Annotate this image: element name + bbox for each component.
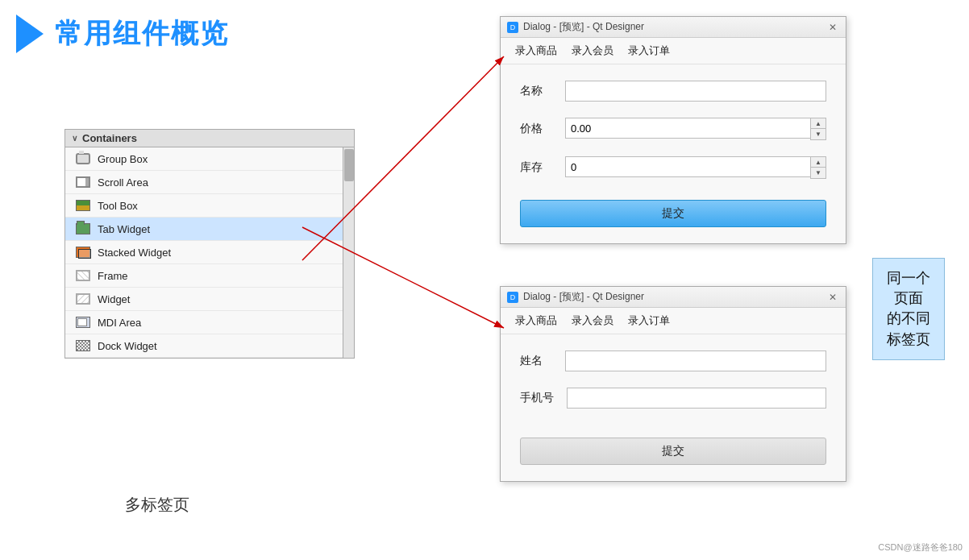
submit-button-1[interactable]: 提交 — [520, 200, 826, 227]
frame-icon — [75, 268, 91, 284]
spinbox-price-input[interactable] — [565, 118, 810, 139]
annotation-text: 同一个页面的不同标签页 — [887, 270, 930, 347]
toolbox-icon — [75, 197, 91, 214]
item-label: Stacked Widget — [98, 247, 171, 259]
section-collapse-icon[interactable]: ∨ — [72, 134, 77, 143]
mdiarea-icon — [75, 314, 91, 330]
menu-item-product-2[interactable]: 录入商品 — [509, 311, 564, 330]
list-item-tabwidget[interactable]: Tab Widget — [65, 218, 343, 241]
list-item[interactable]: MDI Area — [65, 311, 343, 334]
groupbox-icon — [75, 151, 91, 167]
panel-section-header: ∨ Containers — [65, 130, 354, 147]
input-name[interactable] — [565, 81, 826, 102]
item-label: Group Box — [98, 153, 148, 165]
qt-designer-panel: ∨ Containers Group Box Scroll Area Tool … — [64, 129, 355, 359]
dialog-title-1: Dialog - [预览] - Qt Designer — [523, 20, 644, 34]
label-stock: 库存 — [520, 160, 552, 175]
dialog-titlebar-2: D Dialog - [预览] - Qt Designer ✕ — [501, 287, 846, 308]
item-label: Dock Widget — [98, 340, 157, 352]
input-fullname[interactable] — [565, 351, 826, 371]
form-row-fullname: 姓名 — [520, 351, 826, 371]
item-label: Scroll Area — [98, 176, 148, 189]
list-item[interactable]: Widget — [65, 288, 343, 311]
label-phone: 手机号 — [520, 391, 554, 405]
titlebar-left-2: D Dialog - [预览] - Qt Designer — [507, 290, 644, 304]
form-row-price: 价格 ▲ ▼ — [520, 118, 826, 140]
item-label: Tool Box — [98, 200, 138, 212]
menu-item-order-1[interactable]: 录入订单 — [622, 41, 676, 60]
list-item[interactable]: Dock Widget — [65, 334, 343, 358]
list-item[interactable]: Scroll Area — [65, 171, 343, 194]
form-row-name: 名称 — [520, 81, 826, 102]
panel-list-wrapper: Group Box Scroll Area Tool Box Tab Widge… — [65, 147, 354, 358]
dialog-titlebar-1: D Dialog - [预览] - Qt Designer ✕ — [501, 17, 846, 38]
panel-item-list: Group Box Scroll Area Tool Box Tab Widge… — [65, 147, 343, 358]
dialog-title-2: Dialog - [预览] - Qt Designer — [523, 290, 644, 304]
panel-scrollbar[interactable] — [343, 147, 354, 358]
input-phone[interactable] — [567, 388, 826, 409]
watermark: CSDN@迷路爸爸180 — [878, 541, 963, 554]
menu-item-order-2[interactable]: 录入订单 — [622, 311, 676, 330]
dialog-menubar-1: 录入商品 录入会员 录入订单 — [501, 38, 846, 64]
list-item[interactable]: Tool Box — [65, 194, 343, 218]
item-label: Tab Widget — [98, 223, 150, 235]
dialog-icon: D — [507, 22, 518, 33]
dialog-icon-2: D — [507, 292, 518, 303]
menu-item-product-1[interactable]: 录入商品 — [509, 41, 564, 60]
item-label: Widget — [98, 293, 130, 305]
list-item[interactable]: Group Box — [65, 147, 343, 171]
dockwidget-icon — [75, 338, 91, 354]
page-title: 常用组件概览 — [55, 15, 229, 52]
scroll-icon — [75, 174, 91, 190]
annotation-box: 同一个页面的不同标签页 — [872, 258, 945, 360]
scrollbar-thumb[interactable] — [344, 149, 354, 181]
spinbox-stock-input[interactable] — [565, 156, 810, 177]
tabwidget-icon — [75, 221, 91, 237]
spinbox-stock-arrows: ▲ ▼ — [810, 156, 826, 179]
menu-item-member-2[interactable]: 录入会员 — [565, 311, 620, 330]
dialog-body-2: 姓名 手机号 提交 — [501, 334, 846, 481]
spinbox-stock: ▲ ▼ — [565, 156, 826, 179]
menu-item-member-1[interactable]: 录入会员 — [565, 41, 620, 60]
dialog-close-button-1[interactable]: ✕ — [826, 21, 839, 34]
label-price: 价格 — [520, 122, 552, 136]
list-item[interactable]: Stacked Widget — [65, 241, 343, 264]
dialog-window-2: D Dialog - [预览] - Qt Designer ✕ 录入商品 录入会… — [500, 286, 846, 482]
item-label: Frame — [98, 270, 128, 282]
spin-down-price[interactable]: ▼ — [811, 129, 826, 139]
dialog-window-1: D Dialog - [预览] - Qt Designer ✕ 录入商品 录入会… — [500, 16, 846, 244]
blue-triangle-icon — [16, 15, 44, 53]
spinbox-price-arrows: ▲ ▼ — [810, 118, 826, 140]
list-item[interactable]: Frame — [65, 264, 343, 288]
spin-up-price[interactable]: ▲ — [811, 118, 826, 129]
dialog-close-button-2[interactable]: ✕ — [826, 291, 839, 304]
section-label: Containers — [82, 132, 137, 144]
label-name: 名称 — [520, 84, 552, 98]
form-row-stock: 库存 ▲ ▼ — [520, 156, 826, 179]
spinbox-price: ▲ ▼ — [565, 118, 826, 140]
submit-button-2[interactable]: 提交 — [520, 438, 826, 465]
form-row-phone: 手机号 — [520, 388, 826, 409]
titlebar-left: D Dialog - [预览] - Qt Designer — [507, 20, 644, 34]
dialog-body-1: 名称 价格 ▲ ▼ 库存 ▲ ▼ 提交 — [501, 64, 846, 243]
item-label: MDI Area — [98, 317, 141, 329]
dialog-menubar-2: 录入商品 录入会员 录入订单 — [501, 308, 846, 334]
bottom-label: 多标签页 — [125, 494, 189, 516]
widget-icon — [75, 291, 91, 307]
label-fullname: 姓名 — [520, 354, 552, 368]
stacked-icon — [75, 244, 91, 260]
spin-down-stock[interactable]: ▼ — [811, 168, 826, 178]
spin-up-stock[interactable]: ▲ — [811, 157, 826, 168]
